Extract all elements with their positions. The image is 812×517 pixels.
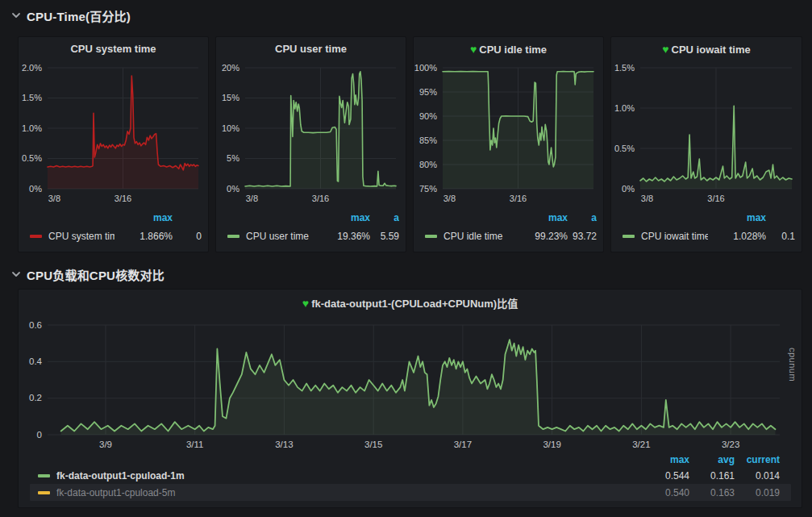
series-name[interactable]: fk-data-output1-cpuload-5m	[56, 487, 644, 498]
legend-max-value: 0.544	[644, 470, 689, 482]
svg-text:3/15: 3/15	[364, 440, 382, 449]
svg-text:0.5%: 0.5%	[614, 144, 635, 153]
legend: max a CPU idle time 99.23% 93.72	[414, 211, 603, 244]
series-name[interactable]: fk-data-output1-cpuload-1m	[56, 470, 644, 482]
svg-text:3/21: 3/21	[632, 440, 650, 449]
svg-text:3/8: 3/8	[443, 194, 456, 203]
cpu-idle-time-chart[interactable]: 75%80%85%90%95%100%3/83/16	[414, 61, 603, 205]
svg-text:0%: 0%	[227, 184, 239, 194]
svg-text:100%: 100%	[414, 63, 437, 73]
legend-header-current: current	[735, 454, 780, 467]
svg-text:1.0%: 1.0%	[614, 103, 635, 113]
legend-header-max: max	[708, 212, 766, 223]
series-swatch	[38, 474, 50, 477]
legend-avg-value-clipped: 0	[173, 231, 202, 242]
cpu-user-time-chart[interactable]: 0%5%10%15%20%3/83/16	[216, 61, 406, 205]
legend-max-value: 1.028%	[708, 231, 766, 242]
series-name[interactable]: CPU iowait time	[641, 231, 708, 242]
svg-text:3/16: 3/16	[707, 194, 724, 203]
panel-title[interactable]: ♥CPU idle time	[414, 43, 603, 56]
legend-row-cpuload-5m: fk-data-output1-cpuload-5m 0.540 0.163 0…	[30, 484, 791, 501]
cpu-iowait-time-chart[interactable]: 0%0.5%1.0%1.5%3/83/16	[611, 61, 802, 205]
panel-cpu-idle-time: ♥CPU idle time 75%80%85%90%95%100%3/83/1…	[413, 36, 604, 252]
legend-avg-value-clipped: 0.1	[766, 231, 795, 242]
svg-text:3/9: 3/9	[99, 440, 112, 449]
svg-text:1.0%: 1.0%	[22, 123, 42, 133]
panel-title[interactable]: CPU system time	[19, 43, 208, 55]
svg-text:0%: 0%	[29, 184, 42, 194]
series-swatch	[425, 235, 437, 238]
section-title: CPU-Time(百分比)	[27, 7, 131, 24]
svg-text:2.0%: 2.0%	[22, 63, 42, 73]
svg-text:3/8: 3/8	[641, 194, 653, 203]
svg-text:3/8: 3/8	[246, 194, 258, 203]
legend-row-cpuload-1m: fk-data-output1-cpuload-1m 0.544 0.161 0…	[30, 467, 791, 484]
green-heart-icon: ♥	[662, 43, 668, 56]
svg-text:3/17: 3/17	[454, 440, 472, 449]
series-swatch	[38, 491, 50, 494]
svg-text:15%: 15%	[222, 93, 239, 102]
svg-text:0: 0	[37, 430, 42, 440]
series-swatch	[30, 235, 42, 238]
legend-header-max: max	[510, 212, 568, 223]
legend: max a CPU user time 19.36% 5.59	[216, 211, 406, 244]
section-header-cpu-load[interactable]: CPU负载和CPU核数对比	[11, 265, 164, 283]
panel-title[interactable]: ♥fk-data-output1-(CPULoad+CPUNum)比值	[19, 295, 802, 311]
svg-text:20%: 20%	[222, 63, 239, 73]
svg-text:10%: 10%	[222, 123, 239, 133]
panel-title[interactable]: ♥CPU iowait time	[611, 43, 802, 56]
legend-max-value: 99.23%	[510, 231, 568, 242]
svg-text:80%: 80%	[419, 160, 437, 169]
svg-text:0.4: 0.4	[29, 356, 43, 366]
panel-title[interactable]: CPU user time	[216, 43, 406, 55]
series-swatch	[227, 235, 239, 238]
section-title: CPU负载和CPU核数对比	[27, 266, 164, 283]
svg-text:90%: 90%	[419, 111, 437, 121]
legend-header-avg: avg	[689, 454, 735, 467]
svg-text:3/8: 3/8	[48, 194, 60, 203]
panel-cpuload-ratio: ♥fk-data-output1-(CPULoad+CPUNum)比值 00.2…	[18, 289, 802, 508]
legend-header-max: max	[312, 212, 370, 223]
svg-text:3/11: 3/11	[186, 440, 204, 449]
svg-text:0%: 0%	[622, 184, 635, 194]
panel-cpu-iowait-time: ♥CPU iowait time 0%0.5%1.0%1.5%3/83/16 m…	[610, 36, 802, 252]
svg-text:95%: 95%	[419, 87, 437, 97]
svg-text:0.2: 0.2	[29, 393, 42, 402]
svg-text:3/19: 3/19	[543, 440, 560, 449]
legend-row: CPU system time 1.866% 0	[19, 229, 208, 244]
right-axis-label: cpunum	[788, 348, 797, 381]
svg-text:5%: 5%	[227, 153, 239, 163]
grafana-dashboard: { "icons": { "heart": "♥" }, "colors": {…	[0, 0, 812, 517]
legend-header-avg-clipped: a	[568, 212, 597, 223]
legend-avg-value: 0.163	[689, 487, 735, 498]
legend-max-value: 0.540	[644, 487, 689, 498]
chevron-down-icon	[11, 10, 21, 20]
green-heart-icon: ♥	[302, 297, 309, 310]
svg-text:1.5%: 1.5%	[22, 93, 42, 102]
svg-text:3/16: 3/16	[510, 194, 527, 203]
panel-cpu-system-time: CPU system time 0%0.5%1.0%1.5%2.0%3/83/1…	[18, 36, 209, 252]
svg-text:3/23: 3/23	[722, 440, 739, 449]
legend-row: CPU idle time 99.23% 93.72	[414, 229, 603, 244]
svg-text:3/13: 3/13	[275, 440, 293, 449]
svg-text:0.6: 0.6	[29, 320, 42, 330]
legend-current-value: 0.019	[735, 487, 780, 498]
legend-max-value: 1.866%	[115, 231, 173, 242]
svg-text:0.5%: 0.5%	[22, 153, 42, 163]
legend-row: CPU iowait time 1.028% 0.1	[611, 229, 802, 244]
svg-text:85%: 85%	[419, 136, 437, 145]
series-name[interactable]: CPU user time	[246, 231, 312, 242]
series-name[interactable]: CPU idle time	[443, 231, 510, 242]
series-name[interactable]: CPU system time	[48, 231, 115, 242]
svg-text:3/16: 3/16	[312, 194, 329, 203]
cpuload-ratio-chart[interactable]: 00.20.40.63/93/113/133/153/173/193/213/2…	[19, 319, 802, 457]
svg-text:3/16: 3/16	[115, 194, 131, 203]
svg-text:75%: 75%	[419, 184, 437, 194]
section-header-cpu-time[interactable]: CPU-Time(百分比)	[11, 6, 131, 24]
panel-cpu-user-time: CPU user time 0%5%10%15%20%3/83/16 max a…	[215, 36, 406, 252]
cpu-system-time-chart[interactable]: 0%0.5%1.0%1.5%2.0%3/83/16	[19, 61, 208, 205]
legend-table: max avg current fk-data-output1-cpuload-…	[30, 454, 791, 501]
legend-header-max: max	[644, 454, 689, 467]
legend: max CPU system time 1.866% 0	[19, 211, 208, 244]
legend-avg-value-clipped: 5.59	[370, 231, 399, 242]
